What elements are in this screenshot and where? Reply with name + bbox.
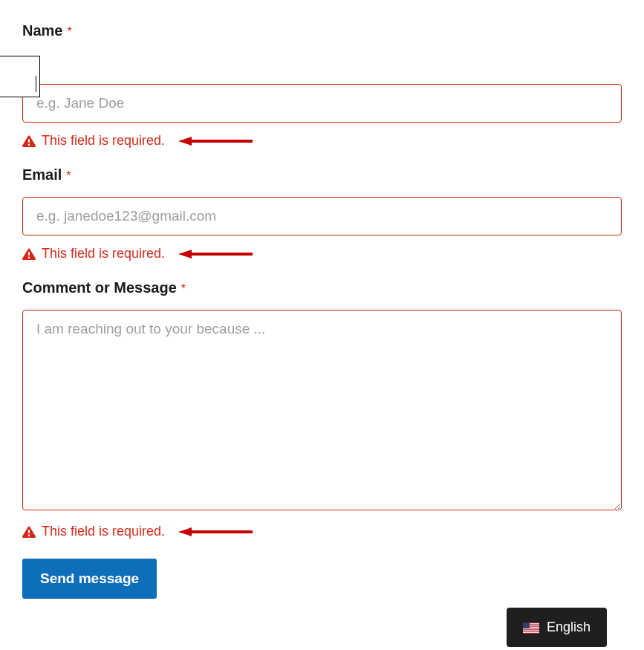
warning-triangle-icon bbox=[22, 525, 36, 539]
language-label: English bbox=[547, 620, 591, 635]
name-field-group: Name * This field is required. bbox=[22, 22, 622, 149]
required-asterisk: * bbox=[66, 170, 71, 182]
message-error-text: This field is required. bbox=[42, 524, 165, 539]
email-label-row: Email * bbox=[22, 166, 622, 183]
us-flag-icon bbox=[523, 622, 539, 633]
message-label-row: Comment or Message * bbox=[22, 279, 622, 296]
name-input[interactable] bbox=[22, 84, 622, 123]
message-field-group: Comment or Message * This field is requi… bbox=[22, 279, 622, 539]
arrow-annotation bbox=[178, 527, 253, 537]
arrow-annotation bbox=[178, 249, 253, 259]
svg-marker-3 bbox=[178, 250, 192, 259]
email-label: Email bbox=[22, 166, 62, 183]
name-error-text: This field is required. bbox=[42, 133, 165, 149]
email-input[interactable] bbox=[22, 197, 622, 235]
name-error-row: This field is required. bbox=[22, 133, 622, 149]
svg-marker-1 bbox=[178, 137, 192, 146]
warning-triangle-icon bbox=[22, 134, 36, 148]
message-error-row: This field is required. bbox=[22, 524, 622, 539]
arrow-annotation bbox=[178, 136, 253, 146]
text-caret bbox=[36, 76, 36, 92]
message-label: Comment or Message bbox=[22, 279, 177, 296]
send-message-button[interactable]: Send message bbox=[22, 559, 157, 599]
stray-selection-box bbox=[0, 56, 40, 97]
message-textarea[interactable] bbox=[22, 310, 622, 510]
svg-rect-11 bbox=[523, 630, 539, 631]
svg-rect-13 bbox=[523, 623, 530, 628]
submit-row: Send message bbox=[22, 559, 622, 599]
email-field-group: Email * This field is required. bbox=[22, 166, 622, 261]
name-label-row: Name * bbox=[22, 22, 622, 39]
language-switcher[interactable]: English bbox=[507, 608, 607, 647]
email-error-text: This field is required. bbox=[42, 246, 165, 261]
svg-rect-10 bbox=[523, 628, 539, 629]
name-label: Name bbox=[22, 22, 62, 39]
svg-rect-12 bbox=[523, 632, 539, 633]
email-error-row: This field is required. bbox=[22, 246, 622, 261]
warning-triangle-icon bbox=[22, 247, 36, 261]
svg-marker-5 bbox=[178, 527, 192, 536]
required-asterisk: * bbox=[67, 26, 71, 38]
required-asterisk: * bbox=[181, 283, 186, 295]
